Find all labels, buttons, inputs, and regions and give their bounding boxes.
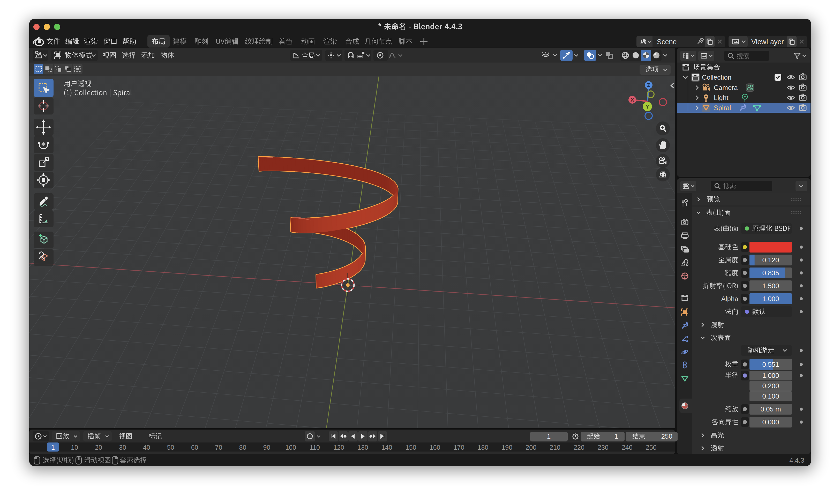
svg-text:Collection: Collection	[702, 73, 731, 81]
svg-text:0.05 m: 0.05 m	[760, 405, 781, 413]
svg-text:100: 100	[285, 444, 296, 451]
svg-text:1.000: 1.000	[762, 295, 779, 303]
svg-text:Z: Z	[647, 82, 650, 88]
svg-text:Camera: Camera	[714, 84, 738, 91]
svg-text:Y: Y	[646, 103, 649, 110]
svg-text:0.100: 0.100	[762, 392, 779, 400]
svg-text:200: 200	[526, 444, 536, 451]
svg-text:Light: Light	[714, 94, 729, 102]
svg-text:160: 160	[430, 444, 440, 451]
svg-text:230: 230	[598, 444, 609, 451]
svg-text:10: 10	[71, 444, 78, 451]
svg-text:1: 1	[614, 432, 618, 440]
svg-text:0.551: 0.551	[762, 361, 779, 368]
svg-text:240: 240	[622, 444, 633, 451]
svg-text:250: 250	[646, 444, 657, 451]
svg-text:130: 130	[357, 444, 368, 451]
svg-text:110: 110	[310, 444, 320, 451]
svg-text:Spiral: Spiral	[714, 104, 731, 112]
svg-text:Alpha: Alpha	[721, 295, 739, 303]
svg-text:150: 150	[405, 444, 416, 451]
svg-text:120: 120	[333, 444, 344, 451]
svg-text:4.4.3: 4.4.3	[789, 456, 804, 464]
svg-text:90: 90	[263, 444, 270, 451]
svg-text:1.000: 1.000	[762, 372, 779, 379]
svg-text:0.200: 0.200	[762, 382, 779, 390]
svg-text:1.500: 1.500	[762, 282, 779, 290]
svg-text:0.835: 0.835	[762, 269, 779, 277]
svg-text:ViewLayer: ViewLayer	[751, 38, 784, 46]
svg-text:250: 250	[661, 432, 672, 440]
svg-text:40: 40	[143, 444, 150, 451]
svg-text:1: 1	[51, 444, 55, 451]
svg-text:210: 210	[549, 444, 560, 451]
svg-text:20: 20	[95, 444, 102, 451]
svg-text:170: 170	[454, 444, 465, 451]
svg-text:30: 30	[119, 444, 126, 451]
svg-text:1: 1	[547, 432, 550, 440]
svg-text:190: 190	[502, 444, 512, 451]
svg-text:0.120: 0.120	[762, 256, 779, 264]
svg-text:50: 50	[167, 444, 174, 451]
svg-text:70: 70	[215, 444, 223, 451]
svg-text:60: 60	[191, 444, 198, 451]
svg-text:Scene: Scene	[657, 38, 677, 46]
svg-text:180: 180	[478, 444, 489, 451]
svg-text:0.000: 0.000	[762, 418, 779, 426]
svg-text:140: 140	[382, 444, 392, 451]
svg-text:X: X	[631, 97, 634, 103]
svg-text:80: 80	[239, 444, 246, 451]
svg-text:220: 220	[574, 444, 584, 451]
